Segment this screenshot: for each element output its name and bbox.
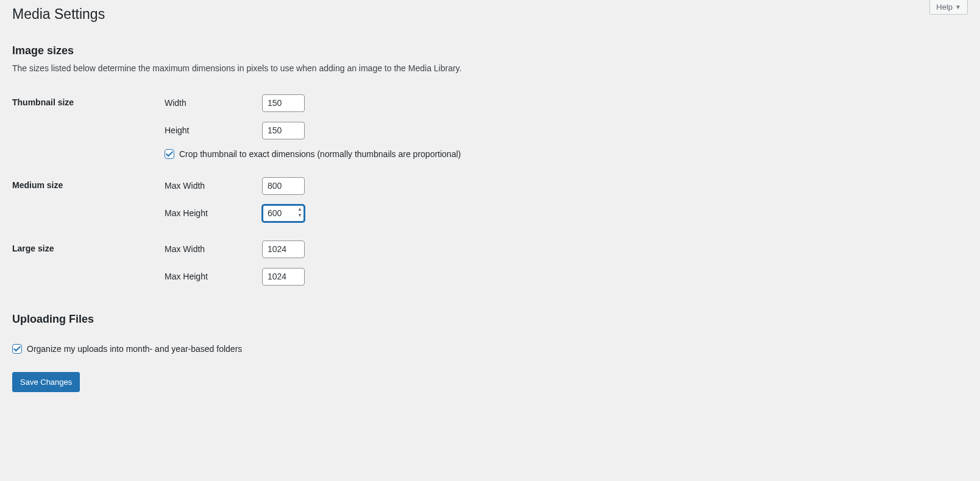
thumbnail-height-label: Height [165,125,262,135]
medium-max-height-row: Max Height ▲ ▼ [165,205,962,222]
help-label: Help [936,2,953,12]
thumbnail-size-row: Thumbnail size Width Height Crop thumbna… [12,85,968,168]
image-sizes-table: Thumbnail size Width Height Crop thumbna… [12,85,968,295]
organize-uploads-row: Organize my uploads into month- and year… [12,344,968,354]
thumbnail-width-input[interactable] [262,94,305,112]
thumbnail-size-label: Thumbnail size [12,85,158,168]
large-max-height-label: Max Height [165,272,262,281]
page-title: Media Settings [12,0,968,26]
large-max-width-input[interactable] [262,240,305,258]
spinner-down-icon[interactable]: ▼ [296,213,304,219]
large-max-width-label: Max Width [165,244,262,254]
medium-max-height-label: Max Height [165,208,262,218]
thumbnail-height-row: Height [165,122,962,139]
help-tab[interactable]: Help ▼ [929,0,968,15]
thumbnail-crop-label: Crop thumbnail to exact dimensions (norm… [179,149,461,159]
large-size-label: Large size [12,231,158,295]
medium-max-width-row: Max Width [165,177,962,195]
image-sizes-description: The sizes listed below determine the max… [12,63,968,73]
large-size-row: Large size Max Width Max Height [12,231,968,295]
large-max-width-row: Max Width [165,240,962,258]
thumbnail-crop-row: Crop thumbnail to exact dimensions (norm… [165,149,962,159]
save-changes-button[interactable]: Save Changes [12,372,80,393]
chevron-down-icon: ▼ [955,4,961,10]
organize-uploads-checkbox[interactable] [12,344,22,354]
medium-size-row: Medium size Max Width Max Height ▲ ▼ [12,168,968,231]
submit-row: Save Changes [12,372,968,393]
thumbnail-width-label: Width [165,98,262,108]
image-sizes-heading: Image sizes [12,44,968,57]
thumbnail-crop-checkbox[interactable] [165,149,174,159]
medium-size-label: Medium size [12,168,158,231]
large-max-height-row: Max Height [165,268,962,286]
large-max-height-input[interactable] [262,268,305,286]
medium-max-width-input[interactable] [262,177,305,195]
number-spinner-icon[interactable]: ▲ ▼ [296,206,304,221]
thumbnail-height-input[interactable] [262,122,305,139]
uploading-files-heading: Uploading Files [12,313,968,326]
thumbnail-width-row: Width [165,94,962,112]
medium-max-width-label: Max Width [165,181,262,191]
organize-uploads-label: Organize my uploads into month- and year… [27,344,242,354]
